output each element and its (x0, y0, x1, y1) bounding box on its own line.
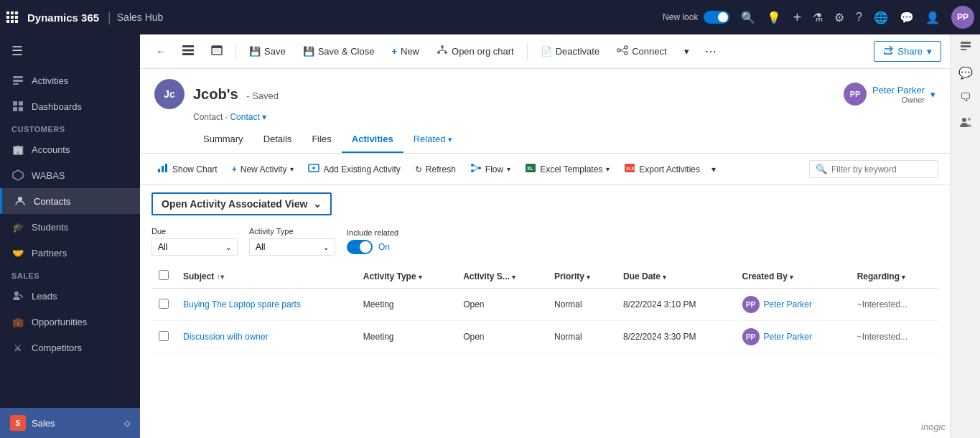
tab-files[interactable]: Files (302, 128, 341, 153)
svg-rect-0 (6, 11, 9, 14)
tab-details[interactable]: Details (253, 128, 302, 153)
owner-name[interactable]: Peter Parker (872, 85, 925, 95)
save-close-button[interactable]: 💾 Save & Close (296, 42, 382, 60)
tab-summary[interactable]: Summary (193, 128, 253, 153)
share-button[interactable]: Share ▾ (874, 41, 941, 62)
flow-dropdown-icon[interactable]: ▾ (507, 165, 510, 173)
svg-rect-7 (11, 20, 14, 23)
filter-keyword-input[interactable] (831, 164, 932, 174)
sidebar-item-activities[interactable]: Activities (0, 67, 140, 93)
add-icon[interactable]: + (793, 9, 801, 26)
list-view-button[interactable] (175, 42, 201, 61)
svg-line-29 (439, 50, 442, 51)
table-header-activity-type[interactable]: Activity Type ▾ (356, 264, 456, 289)
breadcrumb-dropdown[interactable]: ▾ (262, 112, 266, 122)
customers-section-label: Customers (0, 119, 140, 136)
include-related-toggle[interactable] (347, 240, 373, 254)
new-activity-button[interactable]: + New Activity ▾ (226, 161, 300, 178)
sidebar-item-wabas[interactable]: WABAS (0, 162, 140, 188)
table-header-due-date[interactable]: Due Date ▾ (616, 264, 735, 289)
open-org-chart-button[interactable]: Open org chart (429, 42, 521, 61)
deactivate-button[interactable]: 📄 Deactivate (533, 42, 607, 60)
excel-dropdown-icon[interactable]: ▾ (606, 165, 610, 173)
row1-creator-link[interactable]: Peter Parker (764, 299, 812, 309)
row2-checkbox[interactable] (159, 331, 169, 341)
svg-rect-38 (162, 166, 164, 172)
new-button[interactable]: + New (384, 42, 426, 60)
sidebar-toggle[interactable]: ☰ (0, 34, 140, 67)
due-filter-select[interactable]: All ⌄ (151, 238, 238, 256)
sidebar-item-opportunities[interactable]: 💼 Opportunities (0, 309, 140, 335)
app-grid-icon[interactable] (6, 11, 19, 24)
view-selector-button[interactable]: Open Activity Associated View ⌄ (151, 192, 332, 215)
back-button[interactable]: ← (149, 42, 172, 60)
right-panel-people-icon[interactable] (959, 116, 972, 131)
excel-templates-button[interactable]: XL Excel Templates ▾ (519, 159, 615, 179)
settings-icon[interactable]: ⚙ (834, 11, 844, 24)
search-icon[interactable]: 🔍 (741, 11, 755, 24)
table-row: Discussion with owner Meeting Open Norma… (151, 321, 938, 353)
help-icon[interactable]: ? (856, 11, 862, 24)
refresh-button[interactable]: ↻ Refresh (409, 161, 462, 178)
tab-related[interactable]: Related ▾ (403, 128, 462, 153)
sidebar-item-dashboards[interactable]: Dashboards (0, 93, 140, 119)
row1-subject-link[interactable]: Buying The Laptop spare parts (183, 299, 301, 309)
sidebar-item-partners[interactable]: 🤝 Partners (0, 240, 140, 266)
row1-checkbox[interactable] (159, 299, 169, 309)
filter-icon[interactable]: ⚗ (813, 11, 823, 24)
sidebar-item-leads[interactable]: Leads (0, 283, 140, 309)
tab-activities[interactable]: Activities (342, 128, 403, 153)
add-existing-activity-button[interactable]: Add Existing Activity (302, 159, 406, 179)
lightbulb-icon[interactable]: 💡 (767, 11, 781, 24)
activities-table-container: Subject ↑▾ Activity Type ▾ Activity S...… (140, 264, 950, 353)
right-panel-expand-icon[interactable] (960, 40, 971, 55)
select-all-checkbox[interactable] (159, 270, 169, 280)
owner-chevron[interactable]: ▾ (930, 89, 935, 100)
deactivate-icon: 📄 (541, 46, 552, 57)
sidebar-bottom-sales[interactable]: S Sales ◇ (0, 408, 140, 438)
table-header-subject[interactable]: Subject ↑▾ (176, 264, 356, 289)
activities-toolbar: Show Chart + New Activity ▾ Add Existing… (140, 154, 950, 185)
flow-button[interactable]: Flow ▾ (465, 159, 516, 179)
chat-icon[interactable]: 💬 (900, 11, 914, 24)
right-panel-comment-icon[interactable]: 🗨 (960, 91, 971, 104)
sales-bottom-icon: S (10, 415, 26, 431)
globe-icon[interactable]: 🌐 (874, 11, 888, 24)
svg-rect-11 (13, 83, 19, 85)
save-button[interactable]: 💾 Save (242, 42, 293, 60)
right-panel-chat-icon[interactable]: 💬 (958, 66, 973, 80)
user-avatar[interactable]: PP (951, 6, 974, 29)
table-header-created-by[interactable]: Created By ▾ (735, 264, 850, 289)
view-selector-label: Open Activity Associated View (162, 198, 307, 210)
connect-button[interactable]: Connect (610, 42, 673, 61)
export-activities-button[interactable]: XLS Export Activities (618, 159, 706, 179)
more-options-button[interactable]: ⋯ (699, 41, 722, 62)
share-dropdown-icon[interactable]: ▾ (927, 46, 932, 57)
more-options-dropdown-button[interactable]: ▾ (677, 42, 696, 60)
user-icon[interactable]: 👤 (925, 11, 940, 24)
toolbar-separator-1 (235, 43, 236, 60)
sidebar-item-students[interactable]: 🎓 Students (0, 214, 140, 240)
activities-icon (11, 74, 24, 87)
include-related-toggle-row: On (347, 240, 398, 254)
svg-rect-2 (15, 11, 18, 14)
sidebar-item-accounts[interactable]: 🏢 Accounts (0, 136, 140, 162)
table-header-regarding[interactable]: Regarding ▾ (850, 264, 938, 289)
table-header-priority[interactable]: Priority ▾ (547, 264, 616, 289)
sidebar-item-competitors[interactable]: ⚔ Competitors (0, 335, 140, 360)
row2-subject-link[interactable]: Discussion with owner (183, 332, 269, 342)
new-activity-dropdown-icon[interactable]: ▾ (290, 165, 294, 173)
export-more-button[interactable]: ▾ (709, 161, 719, 178)
watermark: inogic (921, 421, 946, 432)
table-header-activity-status[interactable]: Activity S... ▾ (456, 264, 547, 289)
new-window-button[interactable] (204, 42, 230, 61)
sidebar-item-contacts[interactable]: Contacts (0, 188, 140, 214)
show-chart-button[interactable]: Show Chart (151, 159, 223, 179)
contact-breadcrumb2-link[interactable]: Contact (230, 112, 259, 122)
row2-creator-link[interactable]: Peter Parker (764, 332, 812, 342)
related-dropdown-icon[interactable]: ▾ (448, 135, 452, 144)
new-look-toggle[interactable] (704, 11, 729, 24)
created-by-sort-icon: ▾ (790, 274, 793, 281)
sidebar-item-wabas-label: WABAS (32, 170, 65, 181)
activity-type-filter-select[interactable]: All ⌄ (249, 238, 335, 256)
